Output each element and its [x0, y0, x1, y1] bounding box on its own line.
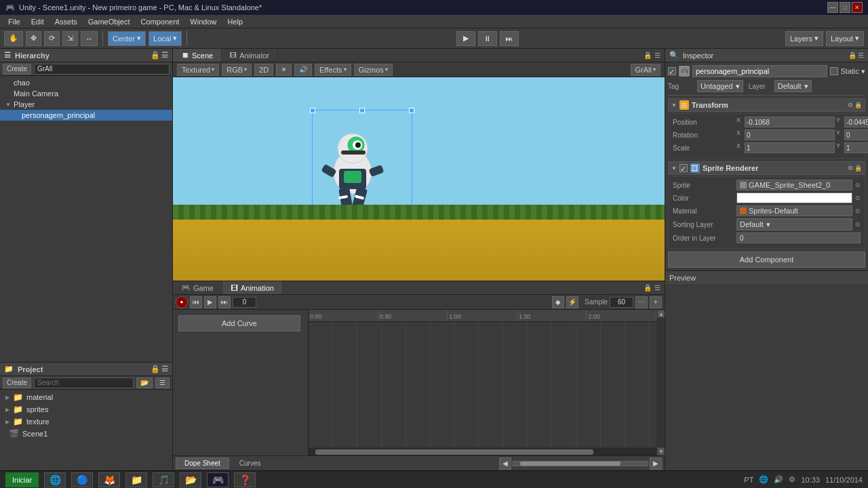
minimize-button[interactable]: — — [827, 2, 838, 13]
tag-dropdown[interactable]: Untagged ▾ — [697, 80, 743, 92]
material-value[interactable]: Sprites-Default — [736, 205, 852, 216]
sample-input[interactable] — [610, 297, 633, 308]
object-active-checkbox[interactable]: ✓ — [668, 67, 676, 75]
gizmos-dropdown[interactable]: Gizmos ▾ — [354, 64, 393, 76]
tool-rect[interactable]: ↔ — [81, 31, 98, 46]
taskbar-help[interactable]: ❓ — [234, 472, 256, 487]
tree-item-personagem[interactable]: personagem_principal — [0, 110, 172, 121]
tool-rotate[interactable]: ⟳ — [44, 31, 60, 46]
effects-dropdown[interactable]: Effects ▾ — [315, 64, 351, 76]
viewport[interactable] — [173, 77, 665, 281]
sel-handle-tl[interactable] — [310, 108, 315, 113]
project-options-icon[interactable]: ☰ — [155, 378, 170, 388]
scroll-up-button[interactable]: ▲ — [657, 310, 665, 318]
file-item-material[interactable]: ▶ 📁 material — [0, 391, 172, 403]
menu-gameobject[interactable]: GameObject — [83, 15, 136, 28]
static-checkbox[interactable] — [830, 67, 838, 75]
file-item-scene1[interactable]: 🎬 Scene1 — [0, 428, 172, 440]
sprite-value[interactable]: GAME_Sprite_Sheet2_0 — [736, 180, 852, 190]
menu-help[interactable]: Help — [222, 15, 248, 28]
tab-animator[interactable]: 🎞 Animator — [222, 49, 278, 62]
sprite-pick-button[interactable]: ⊙ — [855, 182, 861, 188]
hierarchy-create-button[interactable]: Create — [3, 64, 31, 75]
taskbar-unity[interactable]: 🎮 — [207, 472, 229, 487]
sprite-renderer-header[interactable]: ▼ ✓ 🖼 Sprite Renderer ⚙ 🔒 — [668, 161, 865, 175]
record-button[interactable]: ● — [176, 296, 188, 308]
sprite-renderer-checkbox[interactable]: ✓ — [679, 164, 688, 172]
taskbar-media[interactable]: 🎵 — [153, 472, 174, 487]
tool-move[interactable]: ✥ — [26, 31, 41, 46]
color-mode-dropdown[interactable]: RGB ▾ — [222, 64, 252, 76]
anim-next-button[interactable]: ⏭ — [218, 296, 231, 308]
timeline-right-button[interactable]: ▶ — [650, 458, 662, 470]
anim-key-button[interactable]: ◆ — [552, 296, 564, 308]
transform-settings-icon[interactable]: ⚙ — [848, 102, 853, 108]
taskbar-ie[interactable]: 🌐 — [44, 472, 66, 487]
scene-menu-icon[interactable]: ☰ — [654, 52, 660, 59]
scene-lock-icon[interactable]: 🔒 — [644, 52, 652, 59]
project-folder-icon[interactable]: 📂 — [136, 378, 153, 388]
sprite-renderer-settings-icon[interactable]: ⚙ — [848, 165, 853, 171]
timeline-scroll-thumb[interactable] — [520, 462, 621, 466]
tab-game[interactable]: 🎮 Game — [173, 281, 222, 294]
maximize-button[interactable]: □ — [840, 2, 850, 13]
tool-hand[interactable]: ✋ — [4, 31, 23, 46]
tab-curves[interactable]: Curves — [231, 458, 270, 469]
layer-dropdown[interactable]: Default ▾ — [774, 80, 812, 92]
sorting-layer-pick-button[interactable]: ⊙ — [855, 221, 861, 228]
taskbar-folder[interactable]: 📂 — [180, 472, 201, 487]
timeline-scrollbar[interactable] — [309, 447, 656, 455]
tree-item-main-camera[interactable]: Main Camera — [0, 88, 172, 99]
transform-component-header[interactable]: ▼ ⊞ Transform ⚙ 🔒 — [668, 98, 865, 112]
taskbar-firefox[interactable]: 🦊 — [98, 472, 120, 487]
anim-lock-icon[interactable]: 🔒 — [644, 284, 652, 291]
tree-item-chao[interactable]: chao — [0, 77, 172, 88]
tool-scale[interactable]: ⇲ — [62, 31, 78, 46]
pivot-local[interactable]: Local ▾ — [149, 31, 182, 46]
pivot-center[interactable]: Center ▾ — [108, 31, 146, 46]
play-button[interactable]: ▶ — [456, 31, 475, 46]
layers-dropdown[interactable]: Layers ▾ — [785, 31, 823, 46]
pause-button[interactable]: ⏸ — [478, 31, 497, 46]
anim-add-btn[interactable]: + — [650, 296, 662, 308]
project-search-input[interactable] — [34, 378, 134, 388]
audio-btn[interactable]: 🔊 — [294, 64, 312, 76]
color-swatch[interactable] — [736, 192, 852, 203]
taskbar-chrome[interactable]: 🔵 — [71, 472, 93, 487]
render-mode-dropdown[interactable]: Textured ▾ — [177, 64, 219, 76]
anim-play-button[interactable]: ▶ — [204, 296, 216, 308]
sorting-layer-dropdown[interactable]: Default ▾ — [736, 218, 852, 230]
anim-curves-btn[interactable]: ⋯ — [635, 296, 648, 308]
project-create-button[interactable]: Create — [3, 378, 31, 388]
rot-y-input[interactable] — [844, 129, 868, 140]
tab-scene[interactable]: 🔲 Scene — [173, 49, 222, 62]
object-name-input[interactable] — [692, 65, 827, 77]
pos-y-input[interactable] — [844, 117, 868, 127]
material-pick-button[interactable]: ⊙ — [855, 207, 861, 214]
scroll-down-button[interactable]: ▼ — [657, 447, 665, 455]
tree-item-player[interactable]: ▼ Player — [0, 99, 172, 110]
scrollbar-thumb[interactable] — [315, 449, 593, 455]
sprite-renderer-lock-icon[interactable]: 🔒 — [854, 165, 862, 171]
light-btn[interactable]: ☀ — [276, 64, 292, 76]
add-component-button[interactable]: Add Component — [668, 251, 865, 268]
sel-handle-tm[interactable] — [359, 108, 365, 113]
transform-lock-icon[interactable]: 🔒 — [854, 102, 862, 108]
anim-event-button[interactable]: ⚡ — [566, 296, 578, 308]
rot-x-input[interactable] — [745, 129, 835, 140]
anim-time-input[interactable] — [233, 297, 256, 308]
inspector-lock-button[interactable]: 🔒 — [848, 52, 856, 59]
order-input[interactable] — [736, 232, 861, 243]
menu-assets[interactable]: Assets — [50, 15, 83, 28]
hierarchy-search-input[interactable] — [34, 64, 170, 75]
start-button[interactable]: Iniciar — [5, 472, 39, 487]
menu-component[interactable]: Component — [135, 15, 184, 28]
tab-animation[interactable]: 🎞 Animation — [222, 281, 283, 294]
anim-prev-button[interactable]: ⏮ — [190, 296, 202, 308]
file-item-texture[interactable]: ▶ 📁 texture — [0, 415, 172, 428]
scale-y-input[interactable] — [844, 142, 868, 153]
search-all-dropdown[interactable]: GrAll ▾ — [631, 64, 660, 76]
menu-window[interactable]: Window — [184, 15, 222, 28]
inspector-menu-button[interactable]: ☰ — [858, 52, 864, 59]
step-button[interactable]: ⏭ — [500, 31, 519, 46]
